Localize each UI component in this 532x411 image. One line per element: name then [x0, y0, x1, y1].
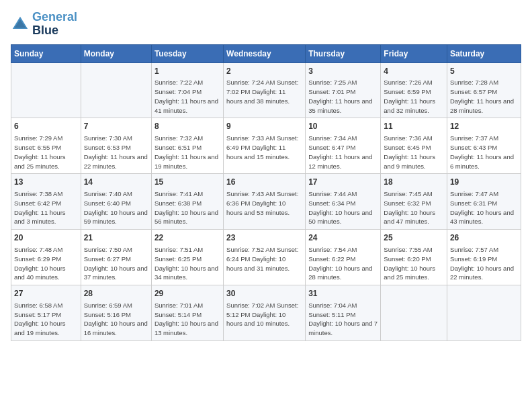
calendar-cell: 15Sunrise: 7:41 AM Sunset: 6:38 PM Dayli…	[151, 174, 223, 230]
cell-text: Sunrise: 7:41 AM Sunset: 6:38 PM Dayligh…	[154, 189, 220, 226]
cell-text: Sunrise: 7:04 AM Sunset: 5:11 PM Dayligh…	[308, 301, 378, 338]
day-number: 31	[308, 288, 378, 300]
header-saturday: Saturday	[447, 44, 521, 62]
calendar-cell: 11Sunrise: 7:36 AM Sunset: 6:45 PM Dayli…	[381, 118, 447, 174]
header-row: SundayMondayTuesdayWednesdayThursdayFrid…	[11, 44, 521, 62]
day-number: 14	[84, 177, 148, 188]
day-number: 29	[154, 288, 220, 300]
calendar-cell: 9Sunrise: 7:33 AM Sunset: 6:49 PM Daylig…	[224, 118, 306, 174]
calendar-cell: 7Sunrise: 7:30 AM Sunset: 6:53 PM Daylig…	[81, 118, 151, 174]
calendar-cell: 30Sunrise: 7:02 AM Sunset: 5:12 PM Dayli…	[224, 285, 306, 341]
calendar-cell	[447, 285, 521, 341]
day-number: 20	[14, 232, 78, 244]
day-number: 10	[308, 121, 378, 132]
cell-text: Sunrise: 7:34 AM Sunset: 6:47 PM Dayligh…	[308, 134, 378, 171]
calendar-cell: 17Sunrise: 7:44 AM Sunset: 6:34 PM Dayli…	[306, 174, 381, 230]
day-number: 15	[154, 177, 220, 188]
day-number: 23	[226, 232, 302, 244]
day-number: 11	[384, 121, 444, 132]
calendar-cell: 21Sunrise: 7:50 AM Sunset: 6:27 PM Dayli…	[81, 230, 151, 285]
day-number: 7	[84, 121, 148, 132]
calendar-cell: 6Sunrise: 7:29 AM Sunset: 6:55 PM Daylig…	[11, 118, 81, 174]
day-number: 18	[384, 177, 444, 188]
cell-text: Sunrise: 7:43 AM Sunset: 6:36 PM Dayligh…	[226, 189, 302, 217]
cell-text: Sunrise: 6:59 AM Sunset: 5:16 PM Dayligh…	[84, 301, 148, 338]
day-number: 27	[14, 288, 78, 300]
day-number: 16	[226, 177, 302, 188]
week-row-3: 13Sunrise: 7:38 AM Sunset: 6:42 PM Dayli…	[11, 174, 521, 230]
calendar-cell: 20Sunrise: 7:48 AM Sunset: 6:29 PM Dayli…	[11, 230, 81, 285]
day-number: 22	[154, 232, 220, 244]
calendar-cell: 27Sunrise: 6:58 AM Sunset: 5:17 PM Dayli…	[11, 285, 81, 341]
week-row-1: 1Sunrise: 7:22 AM Sunset: 7:04 PM Daylig…	[11, 62, 521, 118]
header-wednesday: Wednesday	[224, 44, 306, 62]
calendar-cell: 14Sunrise: 7:40 AM Sunset: 6:40 PM Dayli…	[81, 174, 151, 230]
cell-text: Sunrise: 7:02 AM Sunset: 5:12 PM Dayligh…	[226, 301, 302, 328]
cell-text: Sunrise: 7:24 AM Sunset: 7:02 PM Dayligh…	[226, 78, 302, 105]
calendar-cell: 28Sunrise: 6:59 AM Sunset: 5:16 PM Dayli…	[81, 285, 151, 341]
week-row-5: 27Sunrise: 6:58 AM Sunset: 5:17 PM Dayli…	[11, 285, 521, 341]
day-number: 8	[154, 121, 220, 132]
calendar-cell: 31Sunrise: 7:04 AM Sunset: 5:11 PM Dayli…	[306, 285, 381, 341]
cell-text: Sunrise: 7:28 AM Sunset: 6:57 PM Dayligh…	[450, 78, 518, 115]
header-monday: Monday	[81, 44, 151, 62]
week-row-4: 20Sunrise: 7:48 AM Sunset: 6:29 PM Dayli…	[11, 230, 521, 285]
week-row-2: 6Sunrise: 7:29 AM Sunset: 6:55 PM Daylig…	[11, 118, 521, 174]
cell-text: Sunrise: 7:36 AM Sunset: 6:45 PM Dayligh…	[384, 134, 444, 171]
day-number: 5	[450, 66, 518, 77]
calendar-cell: 24Sunrise: 7:54 AM Sunset: 6:22 PM Dayli…	[306, 230, 381, 285]
day-number: 1	[154, 66, 220, 77]
calendar-cell: 18Sunrise: 7:45 AM Sunset: 6:32 PM Dayli…	[381, 174, 447, 230]
calendar-cell: 25Sunrise: 7:55 AM Sunset: 6:20 PM Dayli…	[381, 230, 447, 285]
day-number: 25	[384, 232, 444, 244]
day-number: 26	[450, 232, 518, 244]
logo-text: General Blue	[32, 11, 77, 38]
cell-text: Sunrise: 7:57 AM Sunset: 6:19 PM Dayligh…	[450, 245, 518, 282]
day-number: 4	[384, 66, 444, 77]
calendar-body: 1Sunrise: 7:22 AM Sunset: 7:04 PM Daylig…	[11, 62, 521, 340]
cell-text: Sunrise: 7:01 AM Sunset: 5:14 PM Dayligh…	[154, 301, 220, 338]
cell-text: Sunrise: 7:38 AM Sunset: 6:42 PM Dayligh…	[14, 189, 78, 226]
calendar-cell	[381, 285, 447, 341]
day-number: 3	[308, 66, 378, 77]
calendar-cell	[11, 62, 81, 118]
day-number: 24	[308, 232, 378, 244]
cell-text: Sunrise: 7:22 AM Sunset: 7:04 PM Dayligh…	[154, 78, 220, 115]
calendar-cell: 26Sunrise: 7:57 AM Sunset: 6:19 PM Dayli…	[447, 230, 521, 285]
cell-text: Sunrise: 7:51 AM Sunset: 6:25 PM Dayligh…	[154, 245, 220, 282]
calendar-cell: 10Sunrise: 7:34 AM Sunset: 6:47 PM Dayli…	[306, 118, 381, 174]
day-number: 30	[226, 288, 302, 300]
cell-text: Sunrise: 7:52 AM Sunset: 6:24 PM Dayligh…	[226, 245, 302, 273]
header-friday: Friday	[381, 44, 447, 62]
calendar-cell: 4Sunrise: 7:26 AM Sunset: 6:59 PM Daylig…	[381, 62, 447, 118]
calendar-cell: 1Sunrise: 7:22 AM Sunset: 7:04 PM Daylig…	[151, 62, 223, 118]
cell-text: Sunrise: 7:40 AM Sunset: 6:40 PM Dayligh…	[84, 189, 148, 226]
cell-text: Sunrise: 7:55 AM Sunset: 6:20 PM Dayligh…	[384, 245, 444, 282]
calendar-cell: 2Sunrise: 7:24 AM Sunset: 7:02 PM Daylig…	[224, 62, 306, 118]
calendar-cell: 5Sunrise: 7:28 AM Sunset: 6:57 PM Daylig…	[447, 62, 521, 118]
cell-text: Sunrise: 7:48 AM Sunset: 6:29 PM Dayligh…	[14, 245, 78, 282]
calendar-cell: 16Sunrise: 7:43 AM Sunset: 6:36 PM Dayli…	[224, 174, 306, 230]
day-number: 21	[84, 232, 148, 244]
page-header: General Blue	[11, 11, 521, 38]
calendar-cell: 3Sunrise: 7:25 AM Sunset: 7:01 PM Daylig…	[306, 62, 381, 118]
day-number: 17	[308, 177, 378, 188]
header-sunday: Sunday	[11, 44, 81, 62]
calendar-cell: 22Sunrise: 7:51 AM Sunset: 6:25 PM Dayli…	[151, 230, 223, 285]
cell-text: Sunrise: 7:47 AM Sunset: 6:31 PM Dayligh…	[450, 189, 518, 226]
cell-text: Sunrise: 7:25 AM Sunset: 7:01 PM Dayligh…	[308, 78, 378, 115]
day-number: 2	[226, 66, 302, 77]
calendar-cell: 29Sunrise: 7:01 AM Sunset: 5:14 PM Dayli…	[151, 285, 223, 341]
calendar-cell: 19Sunrise: 7:47 AM Sunset: 6:31 PM Dayli…	[447, 174, 521, 230]
calendar-cell	[81, 62, 151, 118]
cell-text: Sunrise: 6:58 AM Sunset: 5:17 PM Dayligh…	[14, 301, 78, 338]
cell-text: Sunrise: 7:30 AM Sunset: 6:53 PM Dayligh…	[84, 134, 148, 171]
calendar-cell: 23Sunrise: 7:52 AM Sunset: 6:24 PM Dayli…	[224, 230, 306, 285]
calendar-header: SundayMondayTuesdayWednesdayThursdayFrid…	[11, 44, 521, 62]
calendar-cell: 12Sunrise: 7:37 AM Sunset: 6:43 PM Dayli…	[447, 118, 521, 174]
header-thursday: Thursday	[306, 44, 381, 62]
day-number: 13	[14, 177, 78, 188]
cell-text: Sunrise: 7:26 AM Sunset: 6:59 PM Dayligh…	[384, 78, 444, 115]
cell-text: Sunrise: 7:44 AM Sunset: 6:34 PM Dayligh…	[308, 189, 378, 226]
cell-text: Sunrise: 7:32 AM Sunset: 6:51 PM Dayligh…	[154, 134, 220, 171]
